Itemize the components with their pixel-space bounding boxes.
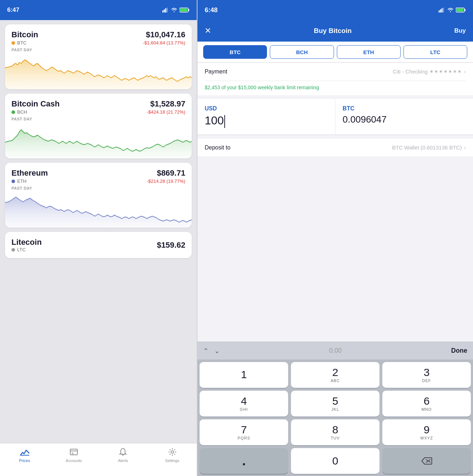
- tab-accounts-label: Accounts: [66, 458, 82, 463]
- btc-value: 0.0096047: [343, 114, 466, 125]
- key-5[interactable]: 5 JKL: [291, 391, 379, 416]
- bch-name: Bitcoin Cash: [11, 99, 59, 109]
- signal-icon-right: [439, 8, 445, 13]
- svg-rect-1: [164, 9, 165, 13]
- close-button[interactable]: ✕: [205, 26, 211, 35]
- time-right: 6:48: [205, 6, 218, 14]
- nav-bar: ✕ Buy Bitcoin Buy: [197, 20, 473, 42]
- time-left: 6:47: [7, 6, 19, 14]
- key-4[interactable]: 4 GHI: [200, 391, 288, 416]
- eth-dot: [11, 180, 15, 183]
- payment-row[interactable]: Payment Citi - Checking ✶✶✶✶✶✶✶ ›: [205, 63, 466, 81]
- svg-point-12: [171, 451, 173, 453]
- bitcoin-period: PAST DAY: [11, 48, 185, 52]
- tab-bch[interactable]: BCH: [270, 45, 334, 59]
- tab-settings[interactable]: Settings: [148, 447, 197, 463]
- bitcoin-chart: [5, 53, 192, 89]
- key-delete[interactable]: [382, 448, 471, 474]
- ltc-dot: [11, 248, 15, 252]
- accounts-icon: [70, 448, 78, 456]
- svg-rect-14: [440, 9, 441, 13]
- toolbar-arrows: ⌃ ⌄: [203, 347, 220, 355]
- buy-button[interactable]: Buy: [454, 27, 466, 34]
- spacer: [197, 157, 473, 342]
- payment-chevron: ›: [464, 68, 466, 75]
- bch-price: $1,528.97: [150, 99, 185, 109]
- bch-dot: [11, 110, 15, 114]
- ethereum-card[interactable]: Ethereum $869.71 ETH -$214.28 (19.77%) P…: [5, 163, 192, 228]
- bitcoin-cash-card[interactable]: Bitcoin Cash $1,528.97 BCH -$424.18 (21.…: [5, 94, 192, 158]
- crypto-tabs: BTC BCH ETH LTC: [197, 42, 473, 63]
- eth-chart: [5, 192, 192, 228]
- prices-icon: [20, 448, 29, 456]
- svg-rect-0: [162, 10, 163, 13]
- deposit-label: Deposit to: [205, 144, 230, 151]
- eth-price: $869.71: [157, 168, 186, 178]
- btc-amount: BTC 0.0096047: [335, 99, 473, 134]
- ltc-price: $159.62: [157, 241, 186, 250]
- left-panel: 6:47: [0, 0, 197, 476]
- battery-icon: [180, 8, 190, 13]
- deposit-row[interactable]: Deposit to BTC Wallet (0.6013136 BTC) ›: [197, 139, 473, 157]
- status-icons-right: [439, 8, 466, 13]
- tab-alerts-label: Alerts: [118, 458, 128, 463]
- wifi-icon-right: [447, 8, 454, 13]
- bch-period: PAST DAY: [11, 117, 185, 121]
- tab-prices[interactable]: Prices: [0, 447, 49, 463]
- tab-ltc[interactable]: LTC: [403, 45, 467, 59]
- eth-sub: ETH: [11, 178, 27, 184]
- key-8[interactable]: 8 TUV: [291, 419, 379, 445]
- eth-period: PAST DAY: [11, 186, 185, 190]
- tab-eth[interactable]: ETH: [337, 45, 401, 59]
- wifi-icon: [171, 8, 177, 13]
- amount-section: USD 100 BTC 0.0096047: [197, 99, 473, 135]
- alerts-icon: [119, 448, 127, 456]
- usd-amount[interactable]: USD 100: [197, 99, 335, 134]
- arrow-up[interactable]: ⌃: [203, 347, 209, 355]
- tab-alerts[interactable]: Alerts: [99, 447, 148, 463]
- battery-icon-right: [456, 8, 466, 13]
- tab-btc[interactable]: BTC: [203, 45, 267, 59]
- keyboard-grid: 1 2 ABC 3 DEF 4 GHI 5 JKL 6 MNO 7 PQRS: [197, 360, 473, 476]
- keyboard-toolbar: ⌃ ⌄ 0.00 Done: [197, 342, 473, 360]
- deposit-chevron: ›: [464, 144, 466, 151]
- key-7[interactable]: 7 PQRS: [200, 419, 288, 445]
- bch-chart: [5, 123, 192, 158]
- form-section: Payment Citi - Checking ✶✶✶✶✶✶✶ › $2,453…: [197, 63, 473, 95]
- ltc-name: Litecoin: [11, 238, 42, 247]
- key-9[interactable]: 9 WXYZ: [382, 419, 471, 445]
- done-button[interactable]: Done: [451, 347, 467, 354]
- tab-accounts[interactable]: Accounts: [49, 447, 98, 463]
- key-3[interactable]: 3 DEF: [382, 362, 471, 388]
- bitcoin-card[interactable]: Bitcoin $10,047.16 BTC -$1,604.84 (13.77…: [5, 24, 192, 89]
- svg-rect-18: [465, 9, 466, 11]
- deposit-value: BTC Wallet (0.6013136 BTC) ›: [392, 144, 466, 151]
- svg-rect-16: [443, 8, 444, 13]
- svg-rect-15: [441, 8, 443, 13]
- limit-text: $2,453 of your $15,000 weekly bank limit…: [205, 81, 466, 95]
- text-cursor: [224, 115, 225, 128]
- coin-list: Bitcoin $10,047.16 BTC -$1,604.84 (13.77…: [0, 20, 197, 443]
- litecoin-card[interactable]: Litecoin LTC $159.62: [5, 232, 192, 258]
- toolbar-display: 0.00: [329, 347, 342, 354]
- ltc-sub: LTC: [11, 247, 42, 252]
- svg-rect-19: [457, 9, 464, 12]
- key-2[interactable]: 2 ABC: [291, 362, 379, 388]
- tab-bar: Prices Accounts Alerts: [0, 443, 197, 476]
- bitcoin-price: $10,047.16: [146, 30, 185, 39]
- bitcoin-name: Bitcoin: [11, 30, 38, 39]
- payment-value: Citi - Checking ✶✶✶✶✶✶✶ ›: [393, 68, 466, 75]
- arrow-down[interactable]: ⌄: [214, 347, 220, 355]
- bch-change: -$424.18 (21.72%): [147, 109, 185, 115]
- key-1[interactable]: 1: [200, 362, 288, 388]
- key-6[interactable]: 6 MNO: [382, 391, 471, 416]
- svg-rect-3: [167, 8, 168, 13]
- key-0[interactable]: 0: [291, 448, 379, 474]
- btc-currency: BTC: [343, 105, 466, 112]
- key-dot[interactable]: .: [200, 448, 288, 474]
- bitcoin-change: -$1,604.84 (13.77%): [143, 40, 186, 46]
- svg-rect-13: [439, 10, 440, 13]
- usd-value[interactable]: 100: [205, 114, 328, 128]
- signal-icon: [162, 8, 169, 13]
- eth-name: Ethereum: [11, 168, 48, 178]
